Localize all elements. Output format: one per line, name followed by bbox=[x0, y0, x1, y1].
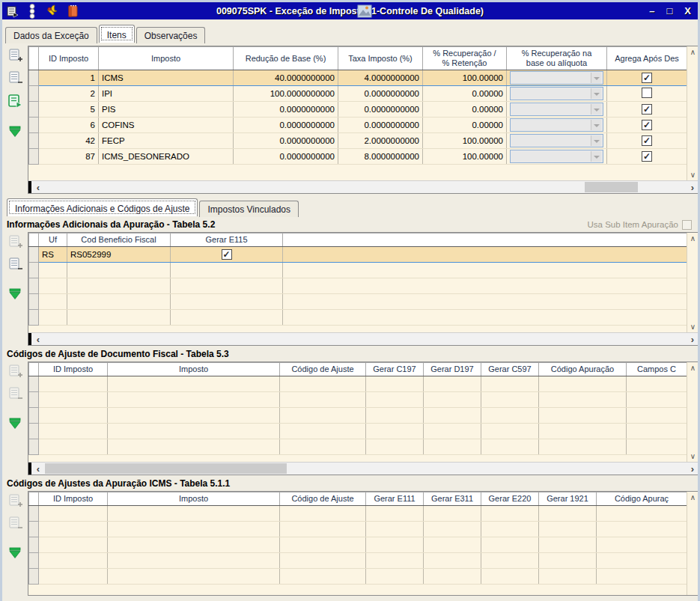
scroll-right-icon[interactable]: › bbox=[687, 463, 699, 475]
grid-cell[interactable]: 8.0000000000 bbox=[338, 149, 423, 165]
subtab-impostos-vinculados[interactable]: Impostos Vinculados bbox=[199, 201, 299, 217]
dropdown[interactable] bbox=[510, 87, 603, 100]
delete-row-icon[interactable] bbox=[7, 516, 23, 531]
add-row-icon[interactable] bbox=[7, 364, 23, 379]
notebook-icon[interactable] bbox=[67, 4, 79, 18]
column-header[interactable]: Código Apuraç bbox=[597, 492, 687, 506]
horizontal-scrollbar[interactable]: ‹ › bbox=[28, 180, 699, 193]
column-header[interactable]: Gerar E115 bbox=[171, 234, 283, 247]
checkbox[interactable]: ✓ bbox=[642, 151, 652, 162]
grid-cell[interactable]: COFINS bbox=[99, 118, 234, 133]
column-header[interactable]: Campos C bbox=[627, 363, 687, 376]
form-icon[interactable] bbox=[6, 4, 19, 18]
delete-row-icon[interactable] bbox=[7, 257, 23, 272]
grid-cell[interactable]: 0.0000000000 bbox=[234, 102, 338, 118]
traffic-light-icon[interactable] bbox=[27, 4, 37, 19]
column-header[interactable]: ID Imposto bbox=[39, 363, 108, 376]
grid-cell[interactable]: 0.00000 bbox=[423, 102, 507, 118]
column-header[interactable]: Redução de Base (%) bbox=[234, 47, 338, 70]
horizontal-scrollbar[interactable]: ‹ › bbox=[28, 332, 699, 345]
table-row[interactable]: 5PIS0.00000000000.00000000000.00000✓ bbox=[29, 102, 687, 118]
scrollbar-thumb[interactable] bbox=[585, 182, 639, 192]
grid-cell[interactable]: RS052999 bbox=[67, 247, 171, 263]
grid-cell[interactable]: 0.0000000000 bbox=[338, 118, 423, 133]
grid-cell[interactable]: RS bbox=[39, 247, 67, 263]
checkbox[interactable]: ✓ bbox=[642, 104, 652, 115]
dropdown[interactable] bbox=[510, 150, 603, 163]
grid-cell[interactable]: 0.0000000000 bbox=[338, 86, 423, 102]
grid-cell[interactable]: 0.0000000000 bbox=[338, 102, 423, 118]
grid-cell[interactable]: ICMS bbox=[99, 70, 234, 86]
grid-cell[interactable]: 4.0000000000 bbox=[338, 70, 423, 86]
table-row[interactable]: 6COFINS0.00000000000.00000000000.00000✓ bbox=[29, 118, 687, 133]
close-button[interactable]: X bbox=[684, 6, 691, 16]
subtab-informacoes-adicionais[interactable]: Informações Adicionais e Códigos de Ajus… bbox=[7, 198, 198, 216]
grid-cell[interactable]: 100.00000 bbox=[423, 133, 507, 149]
table-row[interactable]: 2IPI100.00000000000.00000000000.00000 bbox=[29, 86, 687, 102]
goto-last-icon[interactable] bbox=[7, 547, 22, 559]
horizontal-scrollbar[interactable]: ‹ › bbox=[28, 462, 699, 475]
checkbox[interactable]: ✓ bbox=[222, 249, 232, 260]
vertical-scrollbar[interactable]: ∧ ∨ bbox=[687, 233, 699, 332]
column-header[interactable]: Gerar E220 bbox=[481, 492, 539, 506]
chevron-down-icon[interactable] bbox=[591, 151, 601, 162]
minimize-button[interactable]: – bbox=[649, 6, 654, 16]
column-header[interactable]: Gerar E111 bbox=[366, 492, 424, 506]
grid-cell[interactable]: PIS bbox=[99, 102, 234, 118]
grid-cell[interactable]: 100.00000 bbox=[423, 70, 507, 86]
column-header[interactable]: Imposto bbox=[108, 363, 280, 376]
chevron-down-icon[interactable] bbox=[591, 88, 601, 99]
goto-last-icon[interactable] bbox=[7, 288, 22, 300]
confirm-grid-icon[interactable] bbox=[7, 93, 23, 109]
grid-cell[interactable]: 100.00000 bbox=[423, 149, 507, 165]
column-header[interactable]: Gerar E311 bbox=[424, 492, 481, 506]
checkbox[interactable]: ✓ bbox=[642, 135, 652, 146]
scroll-left-icon[interactable]: ‹ bbox=[32, 333, 44, 345]
checkbox[interactable]: ✓ bbox=[642, 120, 652, 130]
wrench-icon[interactable] bbox=[45, 4, 59, 18]
grid-cell[interactable]: FECP bbox=[99, 133, 234, 149]
add-row-icon[interactable] bbox=[7, 234, 23, 249]
grid-cell[interactable]: ICMS_DESONERADO bbox=[99, 149, 234, 165]
picture-icon[interactable] bbox=[357, 4, 372, 18]
grid-cell[interactable]: 87 bbox=[39, 149, 99, 165]
usa-sub-item-checkbox[interactable] bbox=[682, 220, 692, 230]
column-header[interactable]: Código de Ajuste bbox=[280, 492, 366, 506]
grid-cell[interactable]: 5 bbox=[39, 102, 99, 118]
scroll-up-icon[interactable]: ∧ bbox=[690, 46, 696, 58]
tab-observacoes[interactable]: Observações bbox=[136, 27, 206, 43]
tab-dados-da-excecao[interactable]: Dados da Exceção bbox=[5, 27, 97, 43]
grid-cell[interactable]: 0.00000 bbox=[423, 118, 507, 133]
column-header[interactable]: Imposto bbox=[108, 492, 280, 506]
table-row[interactable]: 42FECP0.00000000002.0000000000100.00000✓ bbox=[29, 133, 687, 149]
dropdown[interactable] bbox=[510, 118, 603, 132]
checkbox[interactable]: ✓ bbox=[642, 73, 652, 83]
dropdown[interactable] bbox=[510, 134, 603, 147]
column-header[interactable]: ID Imposto bbox=[39, 47, 99, 70]
scroll-right-icon[interactable]: › bbox=[687, 333, 699, 345]
chevron-down-icon[interactable] bbox=[591, 104, 601, 115]
column-header[interactable]: Gerar C597 bbox=[481, 363, 539, 376]
vertical-scrollbar[interactable]: ∧ ∨ bbox=[687, 362, 699, 462]
dropdown[interactable] bbox=[510, 103, 603, 116]
column-header[interactable]: Gerar D197 bbox=[424, 363, 481, 376]
vertical-scrollbar[interactable]: ∧ ∨ bbox=[687, 46, 699, 180]
scroll-up-icon[interactable]: ∧ bbox=[690, 233, 696, 244]
column-header[interactable]: Cod Beneficio Fiscal bbox=[67, 234, 171, 247]
scroll-left-icon[interactable]: ‹ bbox=[32, 463, 44, 475]
grid-cell[interactable]: 0.0000000000 bbox=[234, 118, 338, 133]
column-header[interactable]: Código de Ajuste bbox=[280, 363, 366, 376]
add-row-icon[interactable] bbox=[7, 493, 23, 508]
grid-cell[interactable]: 40.0000000000 bbox=[234, 70, 338, 86]
chevron-down-icon[interactable] bbox=[591, 73, 601, 83]
grid-cell[interactable]: 1 bbox=[39, 70, 99, 86]
vertical-scrollbar[interactable]: ∧ bbox=[687, 492, 699, 595]
scrollbar-thumb[interactable] bbox=[45, 463, 286, 474]
tab-itens[interactable]: Itens bbox=[99, 25, 135, 43]
table-row[interactable]: 87ICMS_DESONERADO0.00000000008.000000000… bbox=[29, 149, 687, 165]
scroll-down-icon[interactable]: ∨ bbox=[690, 321, 696, 332]
scroll-down-icon[interactable]: ∨ bbox=[690, 451, 696, 462]
grid-cell[interactable]: 100.0000000000 bbox=[234, 86, 338, 102]
grid-cell[interactable]: 2.0000000000 bbox=[338, 133, 423, 149]
add-row-icon[interactable] bbox=[7, 48, 23, 63]
